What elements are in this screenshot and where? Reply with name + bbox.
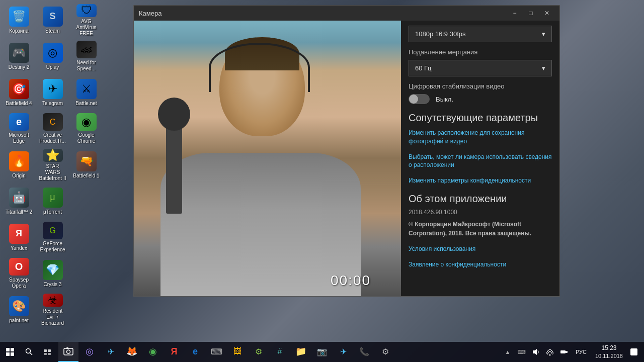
window-title: Камера: [139, 10, 162, 17]
taskbar-task-view[interactable]: [38, 342, 56, 362]
uplay-label: Uplay: [46, 64, 59, 70]
tray-notifications[interactable]: [628, 342, 640, 362]
desktop-icons-container: 🗑️ Корзина 🎮 Destiny 2 🎯 Battlefield 4 e…: [0, 0, 101, 337]
flicker-chevron: ▾: [542, 64, 545, 72]
clock-date: 10.11.2018: [595, 352, 623, 359]
nfs-icon: 🏎: [76, 41, 97, 58]
desktop-icon-uplay[interactable]: ◎ Uplay: [36, 39, 69, 74]
desktop-icon-titanfall2[interactable]: 🤖 Titanfall™ 2: [3, 184, 35, 219]
desktop-icon-swbf2[interactable]: ⭐ STAR WARS Battlefront II: [36, 147, 69, 183]
desktop-icon-re7[interactable]: ☣ Resident Evil 7 Biohazard: [36, 292, 69, 327]
minimize-button[interactable]: −: [507, 8, 522, 18]
tray-keyboard[interactable]: ⌨: [516, 342, 528, 362]
desktop-icon-crysis3[interactable]: 💎 Crysis 3: [36, 256, 69, 291]
start-icon: [6, 348, 14, 356]
taskbar-ie[interactable]: e: [185, 342, 205, 362]
desktop-icon-bf1[interactable]: 🔫 Battlefield 1: [70, 147, 103, 183]
svg-rect-7: [48, 349, 51, 352]
desktop-icon-utorrent[interactable]: μ µTorrent: [36, 184, 69, 219]
avg-label: AVG AntiVirus FREE: [72, 19, 101, 37]
taskbar-unknown1[interactable]: ⌨: [206, 342, 226, 362]
restore-button[interactable]: □: [523, 8, 538, 18]
svg-point-4: [26, 349, 31, 353]
tray-language[interactable]: РУС: [572, 342, 590, 362]
taskbar-viber[interactable]: 📞: [354, 342, 374, 362]
desktop-icon-basket[interactable]: 🗑️ Корзина: [3, 3, 35, 38]
svg-rect-6: [44, 349, 47, 352]
desktop-icon-avg[interactable]: 🛡 AVG AntiVirus FREE: [70, 3, 103, 38]
task-view-icon: [43, 348, 51, 356]
taskbar-camera[interactable]: [58, 342, 78, 362]
desktop-icon-origin[interactable]: 🔥 Origin: [3, 147, 35, 183]
desktop-icon-opera[interactable]: O Spaysep Opera: [3, 256, 35, 291]
taskbar: ◎ ✈ 🦊 ◉ Я e ⌨ 🖼 ⚙ # 📁 📷 ✈ 📞 ⚙ ▲ ⌨: [0, 342, 644, 362]
origin-label: Origin: [12, 173, 26, 179]
desktop-icon-steam[interactable]: S Steam: [36, 3, 69, 38]
desktop-icon-destiny2[interactable]: 🎮 Destiny 2: [3, 39, 35, 74]
stabilization-toggle-row: Выкл.: [409, 94, 552, 104]
origin-icon: 🔥: [9, 151, 29, 171]
power-icon: [560, 348, 568, 356]
camera-taskbar-icon: [63, 346, 73, 356]
search-icon: [25, 348, 33, 356]
tray-arrow[interactable]: ▲: [502, 342, 514, 362]
svg-point-14: [549, 354, 550, 356]
desktop-icon-edge[interactable]: e Microsoft Edge: [3, 111, 35, 146]
privacy-settings-link[interactable]: Изменить параметры конфиденциальности: [409, 176, 552, 185]
taskbar-settings[interactable]: ⚙: [375, 342, 395, 362]
taskbar-telegram-tray[interactable]: ✈: [101, 342, 121, 362]
chrome-icon: ◉: [76, 113, 97, 131]
desktop-icon-chrome[interactable]: ◉ Google Chrome: [70, 111, 103, 146]
svg-line-5: [30, 353, 33, 355]
desktop-icon-paint[interactable]: 🎨 paint.net: [3, 292, 35, 327]
taskbar-explorer[interactable]: 📁: [291, 342, 311, 362]
stabilization-value: Выкл.: [436, 96, 453, 103]
uplay-icon: ◎: [43, 43, 63, 63]
privacy-link[interactable]: Заявление о конфиденциальности: [409, 260, 552, 269]
desktop-icon-nfs[interactable]: 🏎 Need for Speed...: [70, 39, 103, 74]
tray-network[interactable]: [544, 342, 556, 362]
destiny2-label: Destiny 2: [9, 64, 30, 70]
location-permission-link[interactable]: Выбрать, может ли камера использовать св…: [409, 153, 552, 170]
system-clock[interactable]: 15:23 10.11.2018: [592, 342, 626, 362]
close-button[interactable]: ✕: [539, 8, 554, 18]
taskbar-photos[interactable]: 🖼: [227, 342, 248, 362]
battlefield4-icon: 🎯: [9, 79, 29, 99]
svg-rect-17: [566, 352, 567, 352]
desktop-icon-battlefield4[interactable]: 🎯 Battlefield 4: [3, 75, 35, 110]
taskbar-chrome-tray[interactable]: ◉: [143, 342, 163, 362]
re7-icon: ☣: [43, 294, 63, 307]
basket-icon: 🗑️: [9, 7, 29, 27]
taskbar-yandex-tray[interactable]: Я: [164, 342, 184, 362]
tray-power[interactable]: [558, 342, 570, 362]
window-controls: − □ ✕: [507, 8, 554, 18]
desktop-icon-yandex[interactable]: Я Yandex: [3, 220, 35, 255]
start-button[interactable]: [0, 342, 20, 362]
desktop-icon-battlenet[interactable]: ⚔ Battle.net: [70, 75, 103, 110]
volume-icon: [532, 348, 540, 356]
resolution-dropdown[interactable]: 1080р 16:9 30fps ▾: [409, 26, 552, 42]
edge-label: Microsoft Edge: [5, 132, 33, 144]
terms-link[interactable]: Условия использования: [409, 245, 552, 253]
taskbar-calculator[interactable]: #: [270, 342, 290, 362]
taskbar-search[interactable]: [20, 342, 38, 362]
flicker-dropdown[interactable]: 60 Гц ▾: [409, 60, 552, 76]
taskbar-telegram2[interactable]: ✈: [333, 342, 353, 362]
camera-window: Камера − □ ✕: [133, 5, 560, 297]
desktop-icon-geforce[interactable]: G GeForce Experience: [36, 220, 69, 255]
svg-rect-10: [64, 348, 73, 355]
desktop-icon-creative[interactable]: C Creative Product R...: [36, 111, 69, 146]
stabilization-toggle[interactable]: [409, 94, 430, 104]
crysis3-label: Crysis 3: [43, 282, 61, 288]
tray-volume[interactable]: [530, 342, 542, 362]
geforce-icon: G: [43, 222, 63, 239]
taskbar-unknown2[interactable]: ⚙: [249, 342, 269, 362]
svg-rect-0: [6, 348, 10, 351]
photo-location-link[interactable]: Изменить расположение для сохранения фот…: [409, 129, 552, 146]
settings-panel: 1080р 16:9 30fps ▾ Подавление мерцания 6…: [401, 21, 559, 296]
desktop-icon-telegram[interactable]: ✈ Telegram: [36, 75, 69, 110]
taskbar-camera2[interactable]: 📷: [312, 342, 332, 362]
taskbar-firefox[interactable]: 🦊: [122, 342, 142, 362]
utorrent-icon: μ: [43, 188, 63, 208]
taskbar-cortana[interactable]: ◎: [79, 342, 100, 362]
